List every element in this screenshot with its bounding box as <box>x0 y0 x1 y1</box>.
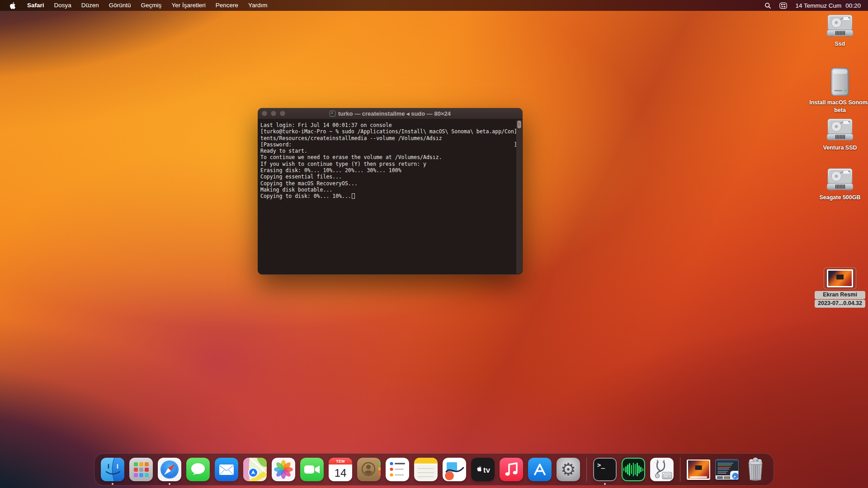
terminal-scrollbar[interactable] <box>516 120 522 274</box>
terminal-line: Copying essential files... <box>260 174 520 180</box>
messages-icon <box>186 458 210 481</box>
dock-item-music[interactable] <box>500 458 523 481</box>
dock-item-freeform[interactable] <box>443 458 466 481</box>
disk-doctor-icon <box>650 458 674 481</box>
audio-waveform-icon <box>622 458 645 481</box>
menu-item-safari[interactable]: Safari <box>22 2 49 9</box>
apple-menu[interactable] <box>7 2 21 9</box>
close-button[interactable] <box>262 111 267 116</box>
search-icon[interactable] <box>764 2 771 9</box>
menu-bar-clock[interactable]: 14 Temmuz Cum 00:20 <box>795 2 861 9</box>
dock-item-minimized-safari-window[interactable] <box>715 458 739 481</box>
dock-item-audio-waveform-app[interactable] <box>622 458 645 481</box>
terminal-scrollbar-thumb[interactable] <box>517 121 521 128</box>
desktop-screen: SafariDosyaDüzenGörüntüGeçmişYer İşaretl… <box>0 0 868 488</box>
apple-logo-icon <box>9 2 16 9</box>
external-drive <box>822 66 858 98</box>
dock-separator <box>680 457 680 482</box>
notes-icon <box>414 458 438 481</box>
menu-item-düzen[interactable]: Düzen <box>76 2 104 9</box>
dock-item-disk-doctor[interactable] <box>650 458 674 481</box>
desktop-icon-label: Seagate 500GB <box>819 194 860 202</box>
running-indicator-dot <box>169 483 170 485</box>
terminal-icon: >_ <box>593 458 617 481</box>
terminal-line: Copying to disk: 0%... 10%... <box>260 193 520 199</box>
terminal-proxy-icon <box>330 111 335 117</box>
dock-item-finder[interactable] <box>101 458 124 481</box>
desktop-icon-screenshot[interactable]: Ekran Resmi2023-07...0.04.32 <box>807 267 868 308</box>
date-label: 14 Temmuz Cum <box>795 2 841 9</box>
internal-drive <box>823 117 857 143</box>
menu-bar-status: 14 Temmuz Cum 00:20 <box>764 2 861 9</box>
dock-item-safari[interactable] <box>158 458 181 481</box>
dock-item-photos[interactable] <box>272 458 295 481</box>
desktop-icon-label: Install macOS Sonoma beta <box>808 99 868 114</box>
menu-item-yer-i̇şaretleri[interactable]: Yer İşaretleri <box>166 2 210 9</box>
menu-item-dosya[interactable]: Dosya <box>49 2 76 9</box>
dock-separator <box>586 457 587 482</box>
dock-item-trash-full[interactable] <box>744 458 767 481</box>
trash-full-icon <box>744 458 767 481</box>
dock-item-system-settings[interactable]: ⚙ <box>557 458 580 481</box>
terminal-title-text: turko — createinstallme ◂ sudo — 80×24 <box>338 110 451 117</box>
system-settings-icon: ⚙ <box>557 458 580 481</box>
dock-item-mail[interactable] <box>215 458 238 481</box>
terminal-line: If you wish to continue type (Y) then pr… <box>260 161 520 167</box>
terminal-cursor <box>352 193 355 199</box>
dock-item-app-store[interactable] <box>528 458 552 481</box>
menu-bar: SafariDosyaDüzenGörüntüGeçmişYer İşaretl… <box>0 0 868 11</box>
minimized-screenshot-window <box>687 458 710 481</box>
dock-item-calendar[interactable]: TEM14 <box>329 458 352 481</box>
minimize-button[interactable] <box>271 111 276 116</box>
minimized-safari-window <box>715 458 739 481</box>
terminal-line: Last login: Fri Jul 14 00:01:37 on conso… <box>260 122 520 128</box>
desktop-icon-ssd[interactable]: Ssd <box>807 13 868 48</box>
dock-item-messages[interactable] <box>186 458 210 481</box>
dock-item-reminders[interactable] <box>386 458 409 481</box>
desktop-icon-ventura[interactable]: Ventura SSD <box>807 117 868 152</box>
music-icon <box>500 458 523 481</box>
calendar-day-label: 14 <box>329 465 352 481</box>
terminal-line: [turko@turko-iMac-Pro ~ % sudo /Applicat… <box>260 128 520 135</box>
menu-item-görüntü[interactable]: Görüntü <box>104 2 136 9</box>
reminders-icon <box>386 458 409 481</box>
dock-item-facetime[interactable] <box>300 458 324 481</box>
zoom-button[interactable] <box>280 111 285 116</box>
terminal-line: To continue we need to erase the volume … <box>260 154 520 160</box>
screenshot-thumbnail <box>824 267 856 289</box>
dock-item-minimized-screenshot-window[interactable] <box>687 458 710 481</box>
maps-icon <box>243 458 267 481</box>
menu-bar-left: SafariDosyaDüzenGörüntüGeçmişYer İşaretl… <box>7 0 272 11</box>
desktop-icon-sonoma[interactable]: Install macOS Sonoma beta <box>807 66 868 114</box>
running-indicator-dot <box>604 483 606 485</box>
app-store-icon <box>528 458 552 481</box>
dock-item-contacts[interactable] <box>357 458 381 481</box>
terminal-line: Copying the macOS RecoveryOS... <box>260 180 520 187</box>
freeform-icon <box>443 458 466 481</box>
dock-item-launchpad[interactable] <box>129 458 153 481</box>
menu-item-yardım[interactable]: Yardım <box>243 2 273 9</box>
terminal-title-bar[interactable]: turko — createinstallme ◂ sudo — 80×24 <box>258 108 523 119</box>
dock-item-maps[interactable] <box>243 458 267 481</box>
dock-item-notes[interactable] <box>414 458 438 481</box>
terminal-output: Last login: Fri Jul 14 00:01:37 on conso… <box>258 119 523 200</box>
calendar-month-label: TEM <box>329 458 352 465</box>
terminal-line: [Password: ] <box>260 141 520 148</box>
terminal-content: Last login: Fri Jul 14 00:01:37 on conso… <box>258 119 523 274</box>
desktop-icon-label: Ssd <box>835 40 845 48</box>
menu-item-geçmiş[interactable]: Geçmiş <box>136 2 167 9</box>
dock-item-apple-tv[interactable]: tv <box>471 458 495 481</box>
dock-item-terminal[interactable]: >_ <box>593 458 617 481</box>
control-center-icon[interactable] <box>779 2 787 9</box>
mail-icon <box>215 458 238 481</box>
photos-icon <box>272 458 295 481</box>
facetime-icon <box>300 458 324 481</box>
menu-items: SafariDosyaDüzenGörüntüGeçmişYer İşaretl… <box>22 0 272 11</box>
terminal-line: Erasing disk: 0%... 10%... 20%... 30%...… <box>260 167 520 174</box>
menu-item-pencere[interactable]: Pencere <box>211 2 243 9</box>
desktop-icon-seagate[interactable]: Seagate 500GB <box>807 166 868 202</box>
screenshot-thumbnail <box>827 269 853 287</box>
time-label: 00:20 <box>845 2 861 9</box>
desktop-icon-label: Ventura SSD <box>823 144 857 152</box>
internal-drive <box>823 166 857 192</box>
